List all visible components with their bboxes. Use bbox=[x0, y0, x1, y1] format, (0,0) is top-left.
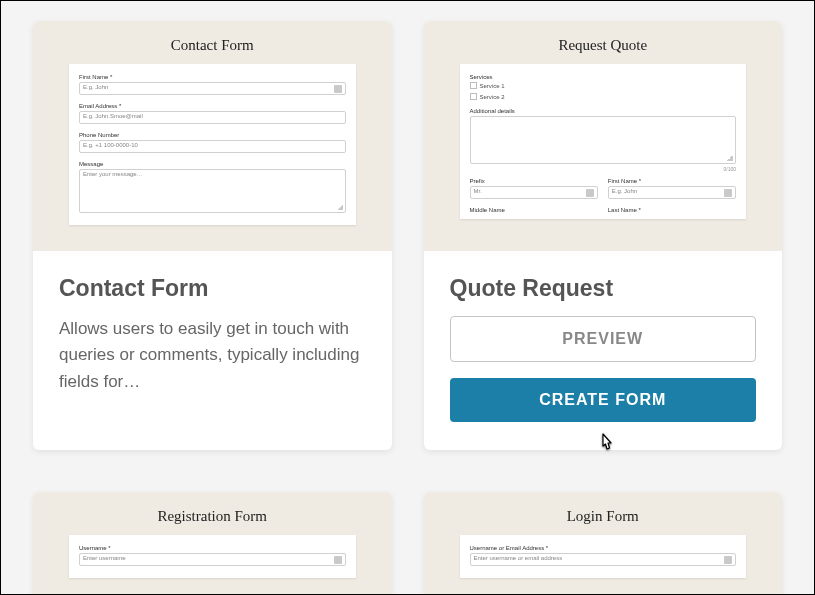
mock-checkbox-row: Service 2 bbox=[470, 93, 737, 100]
card-title: Contact Form bbox=[59, 275, 366, 302]
mock-textarea bbox=[470, 116, 737, 164]
thumbnail-contact: Contact Form First Name * E.g. John Emai… bbox=[33, 21, 392, 251]
template-card-registration: Registration Form Username * Enter usern… bbox=[33, 492, 392, 595]
thumbnail-quote: Request Quote Services Service 1 Service… bbox=[424, 21, 783, 251]
template-card-login: Login Form Username or Email Address * E… bbox=[424, 492, 783, 595]
mock-checkbox-label: Service 2 bbox=[480, 94, 505, 100]
mock-label: Last Name * bbox=[608, 207, 736, 213]
card-actions: PREVIEW CREATE FORM bbox=[450, 316, 757, 422]
mock-label: Services bbox=[470, 74, 737, 80]
card-body: Contact Form Allows users to easily get … bbox=[33, 251, 392, 423]
mock-label: First Name * bbox=[79, 74, 346, 80]
template-card-quote: Request Quote Services Service 1 Service… bbox=[424, 21, 783, 450]
mock-label: Email Address * bbox=[79, 103, 346, 109]
mock-input: Enter username bbox=[79, 553, 346, 566]
card-description: Allows users to easily get in touch with… bbox=[59, 316, 366, 395]
thumbnail-registration: Registration Form Username * Enter usern… bbox=[33, 492, 392, 595]
mock-label: Additional details bbox=[470, 108, 737, 114]
mock-label: Message bbox=[79, 161, 346, 167]
mock-form: Services Service 1 Service 2 Additional … bbox=[460, 64, 747, 219]
create-form-button[interactable]: CREATE FORM bbox=[450, 378, 757, 422]
thumbnail-title: Login Form bbox=[460, 508, 747, 525]
template-card-contact: Contact Form First Name * E.g. John Emai… bbox=[33, 21, 392, 450]
template-grid-2: Registration Form Username * Enter usern… bbox=[1, 482, 814, 595]
mock-label: Prefix bbox=[470, 178, 598, 184]
checkbox-icon bbox=[470, 93, 477, 100]
mock-char-count: 0/100 bbox=[470, 166, 737, 172]
mock-label: Username * bbox=[79, 545, 346, 551]
checkbox-icon bbox=[470, 82, 477, 89]
mock-form: Username * Enter username bbox=[69, 535, 356, 578]
thumbnail-title: Contact Form bbox=[69, 37, 356, 54]
mock-label: Phone Number bbox=[79, 132, 346, 138]
mock-input: Enter username or email address bbox=[470, 553, 737, 566]
mock-input: E.g. John.Smoe@mail bbox=[79, 111, 346, 124]
mock-select: Mr. bbox=[470, 186, 598, 199]
mock-form: First Name * E.g. John Email Address * E… bbox=[69, 64, 356, 225]
mock-checkbox-row: Service 1 bbox=[470, 82, 737, 89]
mock-form: Username or Email Address * Enter userna… bbox=[460, 535, 747, 578]
mock-checkbox-label: Service 1 bbox=[480, 83, 505, 89]
preview-button[interactable]: PREVIEW bbox=[450, 316, 757, 362]
mock-label: First Name * bbox=[608, 178, 736, 184]
thumbnail-title: Request Quote bbox=[460, 37, 747, 54]
mock-label: Username or Email Address * bbox=[470, 545, 737, 551]
mock-input: E.g. John bbox=[79, 82, 346, 95]
mock-input: E.g. John bbox=[608, 186, 736, 199]
mock-input: E.g. +1 100-0000-10 bbox=[79, 140, 346, 153]
mock-label: Middle Name bbox=[470, 207, 598, 213]
template-grid: Contact Form First Name * E.g. John Emai… bbox=[1, 11, 814, 450]
thumbnail-title: Registration Form bbox=[69, 508, 356, 525]
card-body: Quote Request PREVIEW CREATE FORM bbox=[424, 251, 783, 450]
thumbnail-login: Login Form Username or Email Address * E… bbox=[424, 492, 783, 595]
mock-textarea: Enter your message… bbox=[79, 169, 346, 213]
card-title: Quote Request bbox=[450, 275, 757, 302]
